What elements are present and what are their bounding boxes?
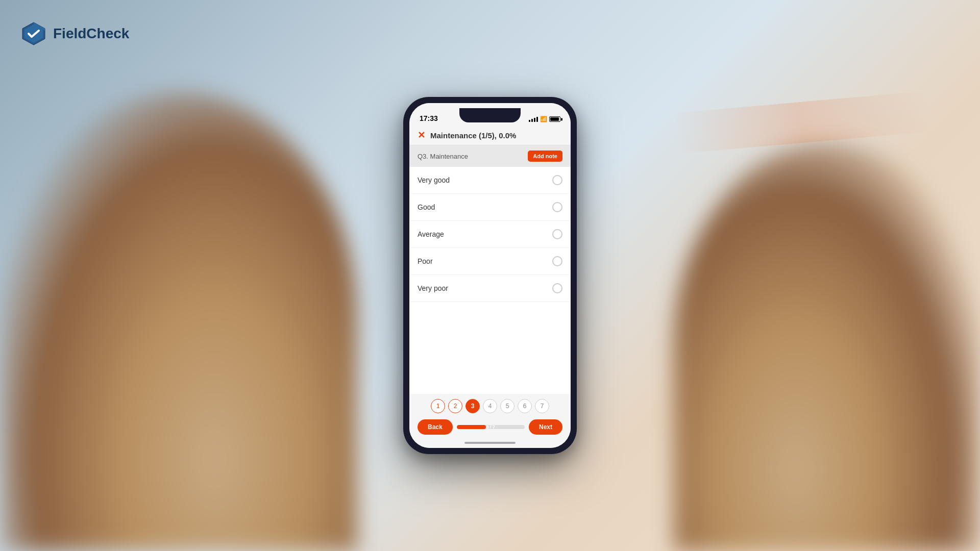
progress-bar-container: 3 / 7 <box>457 425 525 429</box>
options-list: Very goodGoodAveragePoorVery poor <box>409 167 571 394</box>
logo-icon <box>20 20 47 47</box>
page-dot-6[interactable]: 6 <box>518 399 532 413</box>
signal-bar-3 <box>534 118 535 122</box>
add-note-button[interactable]: Add note <box>528 151 562 162</box>
option-text-3: Average <box>418 230 444 238</box>
bg-hand-left <box>0 92 357 551</box>
battery-icon <box>549 116 560 122</box>
app-header: ✕ Maintenance (1/5), 0.0% <box>409 126 571 145</box>
signal-bar-1 <box>529 120 530 122</box>
phone-notch <box>459 108 521 122</box>
option-item[interactable]: Very good <box>409 167 571 194</box>
question-label: Q3. Maintenance <box>418 153 468 160</box>
phone-device: 17:33 📶 ✕ Maintenance (1 <box>403 97 577 454</box>
radio-button-3[interactable] <box>552 229 562 239</box>
bottom-nav: Back 3 / 7 Next <box>409 416 571 440</box>
page-dot-2[interactable]: 2 <box>448 399 462 413</box>
radio-button-4[interactable] <box>552 256 562 266</box>
page-dot-5[interactable]: 5 <box>500 399 514 413</box>
back-button[interactable]: Back <box>418 419 453 435</box>
progress-bar-fill <box>457 425 486 429</box>
next-button[interactable]: Next <box>529 419 562 435</box>
question-bar: Q3. Maintenance Add note <box>409 145 571 167</box>
logo-text: FieldCheck <box>53 26 129 42</box>
status-icons: 📶 <box>529 116 560 122</box>
radio-button-1[interactable] <box>552 175 562 185</box>
logo: FieldCheck <box>20 20 129 47</box>
signal-bar-2 <box>531 119 533 122</box>
header-title: Maintenance (1/5), 0.0% <box>430 131 516 140</box>
option-item[interactable]: Average <box>409 221 571 248</box>
radio-button-2[interactable] <box>552 202 562 212</box>
phone-wrapper: 17:33 📶 ✕ Maintenance (1 <box>403 97 577 454</box>
bg-hand-right <box>674 143 980 551</box>
progress-text: 3 / 7 <box>486 425 496 429</box>
battery-fill <box>550 117 559 121</box>
option-text-1: Very good <box>418 176 450 184</box>
pagination: 1234567 <box>409 394 571 416</box>
option-text-4: Poor <box>418 257 433 265</box>
page-dot-4[interactable]: 4 <box>483 399 497 413</box>
signal-bar-4 <box>536 117 538 122</box>
home-bar <box>464 442 516 444</box>
radio-button-5[interactable] <box>552 283 562 293</box>
status-time: 17:33 <box>420 114 438 122</box>
page-dot-1[interactable]: 1 <box>431 399 445 413</box>
option-text-2: Good <box>418 203 435 211</box>
option-item[interactable]: Good <box>409 194 571 221</box>
option-item[interactable]: Poor <box>409 248 571 275</box>
signal-bars-icon <box>529 117 538 122</box>
wifi-icon: 📶 <box>540 116 547 122</box>
page-dot-3[interactable]: 3 <box>465 399 480 413</box>
option-text-5: Very poor <box>418 284 448 292</box>
phone-screen: 17:33 📶 ✕ Maintenance (1 <box>409 103 571 448</box>
home-indicator <box>409 440 571 448</box>
option-item[interactable]: Very poor <box>409 275 571 302</box>
page-dot-7[interactable]: 7 <box>535 399 549 413</box>
close-button[interactable]: ✕ <box>418 130 425 141</box>
